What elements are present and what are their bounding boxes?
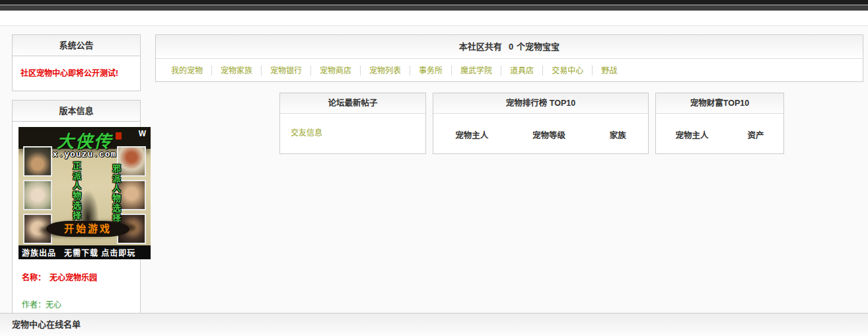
nav-item: 交易中心 [543,65,593,75]
ranking-col-family: 家族 [610,128,626,153]
ad-seal-icon [116,132,122,140]
version-body: 大侠传 W x.youzu.com [13,122,140,321]
ranking-col-owner: 宠物主人 [455,128,488,153]
ad-start-game-button[interactable]: 开始游戏 [46,221,129,237]
pet-wealth-title: 宠物财富TOP10 [656,93,783,114]
ad-publisher-label: 游族出品 [22,247,56,258]
nav-agency[interactable]: 事务所 [419,66,443,75]
latest-posts-title: 论坛最新帖子 [280,93,425,114]
main-content: 本社区共有0个宠物宝宝 我的宠物 宠物家族 宠物银行 宠物商店 宠物列表 事务所… [155,34,863,154]
announcement-title: 系统公告 [13,35,140,56]
nav-item: 野战 [593,65,626,75]
nav-item: 宠物银行 [262,65,311,75]
latest-post-link[interactable]: 交友信息 [291,126,322,138]
nav-item: 道具店 [501,65,543,75]
nav-pet-family[interactable]: 宠物家族 [221,66,252,75]
nav-pet-shop[interactable]: 宠物商店 [320,66,351,75]
stats-prefix: 本社区共有 [459,42,502,52]
nav-item: 我的宠物 [163,65,212,75]
panels-row: 论坛最新帖子 交友信息 宠物排行榜 TOP10 宠物主人 宠物等级 家族 宠物财… [279,93,863,154]
nav-item: 宠物家族 [212,65,262,75]
stats-suffix: 个宠物宝宝 [517,42,560,52]
nav-trade-center[interactable]: 交易中心 [552,66,583,75]
ranking-col-level: 宠物等级 [532,128,565,153]
ad-footer-bar: 游族出品 无需下载 点击即玩 [18,245,151,259]
nav-item-store[interactable]: 道具店 [510,66,534,75]
plugin-name-line: 名称：无心宠物乐园 [22,271,140,282]
latest-posts-panel: 论坛最新帖子 交友信息 [279,93,426,154]
top-navbar-row1 [0,0,868,5]
nav-magic-academy[interactable]: 魔武学院 [460,66,492,75]
nav-item: 宠物商店 [311,65,361,75]
version-title: 版本信息 [13,101,140,122]
plugin-author-line: 作者：无心 [22,298,140,310]
nav-my-pets[interactable]: 我的宠物 [171,66,203,75]
ad-game-title: 大侠传 [57,128,112,152]
nav-pet-bank[interactable]: 宠物银行 [270,66,302,75]
wealth-col-assets: 资产 [747,128,764,153]
flash-w-mark: W [139,129,146,138]
sidebar: 系统公告 社区宠物中心即将公开测试! 版本信息 大侠传 W x.youzu.co… [12,34,141,322]
nav-item: 魔武学院 [452,65,501,75]
community-stats-bar: 本社区共有0个宠物宝宝 [156,35,863,59]
game-ad-banner[interactable]: 大侠传 W x.youzu.com [18,127,151,259]
pet-wealth-columns: 宠物主人 资产 [656,114,783,153]
announcement-text: 社区宠物中心即将公开测试! [13,56,140,91]
nav-item: 宠物列表 [361,65,410,75]
announcement-box: 系统公告 社区宠物中心即将公开测试! [12,34,141,91]
plugin-author-value: 无心 [46,300,61,310]
ad-site-url: x.youzu.com [18,149,151,159]
nav-pet-list[interactable]: 宠物列表 [369,66,401,75]
pet-center-page: 系统公告 社区宠物中心即将公开测试! 版本信息 大侠传 W x.youzu.co… [0,25,868,336]
page-layout: 系统公告 社区宠物中心即将公开测试! 版本信息 大侠传 W x.youzu.co… [0,26,868,322]
ad-slogan-label: 无需下载 点击即玩 [64,247,135,258]
pet-wealth-panel: 宠物财富TOP10 宠物主人 资产 [655,93,784,154]
latest-posts-body: 交友信息 [280,114,425,153]
plugin-author-label: 作者： [22,300,46,310]
pet-ranking-columns: 宠物主人 宠物等级 家族 [433,114,648,153]
nav-wild-battle[interactable]: 野战 [601,66,617,75]
main-top-box: 本社区共有0个宠物宝宝 我的宠物 宠物家族 宠物银行 宠物商店 宠物列表 事务所… [155,34,863,82]
top-navbar-row2 [0,5,868,11]
pet-count: 0 [509,42,513,52]
online-list-title: 宠物中心在线名单 [12,319,81,329]
pet-ranking-title: 宠物排行榜 TOP10 [433,93,648,114]
portrait-good-2 [23,180,52,210]
pet-nav: 我的宠物 宠物家族 宠物银行 宠物商店 宠物列表 事务所 魔武学院 道具店 交易… [156,59,863,81]
pet-ranking-panel: 宠物排行榜 TOP10 宠物主人 宠物等级 家族 [433,93,649,154]
plugin-name-label: 名称： [22,273,46,282]
online-list-bar: 宠物中心在线名单 [0,313,868,336]
nav-item: 事务所 [410,65,452,75]
version-box: 版本信息 大侠传 W x.youzu.com [12,100,141,322]
ad-good-label: 正派人物选择 [70,161,83,221]
plugin-name-value: 无心宠物乐园 [50,273,97,282]
wealth-col-owner: 宠物主人 [675,128,708,153]
ad-evil-label: 邪派人物选择 [110,164,122,224]
